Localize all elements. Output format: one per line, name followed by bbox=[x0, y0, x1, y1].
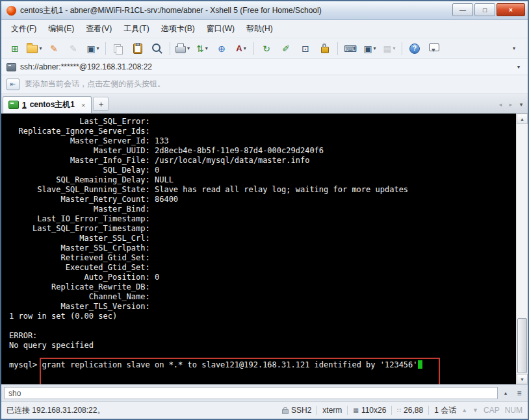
scrollbar-down-button[interactable]: ▼ bbox=[517, 374, 528, 384]
minimize-button[interactable]: — bbox=[452, 3, 473, 16]
terminal-size-indicator: ▦110x26 bbox=[353, 406, 386, 415]
tile-windows-button[interactable]: ▦▾ bbox=[380, 41, 399, 56]
quickbar-expand-button[interactable]: ▴ bbox=[500, 387, 511, 399]
address-bar[interactable]: ssh://abner:******@192.168.31.208:22 ▾ bbox=[1, 59, 528, 75]
new-window-button[interactable]: ▣▾ bbox=[360, 41, 380, 56]
menu-item-help[interactable]: 帮助(H) bbox=[240, 21, 279, 37]
tab-list-dropdown-button[interactable]: ▾ bbox=[516, 98, 526, 111]
edit-button[interactable]: ✎ bbox=[64, 41, 83, 56]
tab-close-button[interactable]: × bbox=[81, 101, 86, 109]
tab-label: centos主机1 bbox=[30, 99, 75, 110]
tab-bar: 1 centos主机1 × + ◂ ▸ ▾ bbox=[1, 93, 528, 114]
terminal-scrollbar[interactable]: ▲ ▼ bbox=[516, 114, 528, 384]
session-count-label: 1 会话 bbox=[434, 405, 456, 416]
search-icon bbox=[152, 43, 161, 52]
session-properties-button[interactable]: ✎ bbox=[44, 41, 64, 56]
window-controls: — □ × bbox=[452, 1, 525, 16]
menu-item-tools[interactable]: 工具(T) bbox=[118, 21, 155, 37]
compose-button[interactable]: ✐ bbox=[276, 41, 296, 56]
lock-screen-button[interactable] bbox=[315, 41, 335, 56]
print-button[interactable]: ▾ bbox=[173, 41, 192, 56]
tab-scroll-left-button[interactable]: ◂ bbox=[495, 98, 506, 111]
menu-item-window[interactable]: 窗口(W) bbox=[201, 21, 240, 37]
chevron-up-icon: ▴ bbox=[504, 390, 507, 396]
info-bar: ⇤ 要添加当前会话，点击左侧的箭头按钮。 bbox=[1, 75, 528, 93]
open-session-button[interactable]: ▾ bbox=[25, 41, 44, 56]
menu-item-edit[interactable]: 编辑(E) bbox=[42, 21, 80, 37]
chevron-down-icon: ▾ bbox=[517, 64, 520, 70]
terminal-type-label: xterm bbox=[322, 406, 342, 415]
titlebar[interactable]: centos主机1 - abner@MiWiFi-R1CL-srv:/home/… bbox=[1, 1, 528, 20]
help-icon: ? bbox=[409, 43, 420, 54]
find-button[interactable] bbox=[148, 41, 167, 56]
lock-icon bbox=[282, 409, 289, 414]
new-tab-button[interactable]: + bbox=[93, 97, 109, 111]
toolbar-separator bbox=[402, 42, 402, 55]
fullscreen-icon: ⊡ bbox=[302, 44, 309, 53]
terminal[interactable]: Last_SQL_Error: Replicate_Ignore_Server_… bbox=[1, 114, 528, 384]
web-browser-button[interactable]: ⊕ bbox=[212, 41, 231, 56]
close-button[interactable]: × bbox=[497, 3, 525, 16]
tab-scroll-right-button[interactable]: ▸ bbox=[506, 98, 516, 111]
terminal-tab-icon bbox=[8, 101, 19, 109]
toolbar-overflow-button[interactable]: ▾ bbox=[504, 41, 524, 56]
pencil-icon: ✎ bbox=[70, 44, 77, 53]
scrollbar-track[interactable] bbox=[517, 124, 528, 374]
toolbar-separator bbox=[170, 42, 170, 55]
arrow-down-icon: ▼ bbox=[472, 407, 478, 414]
quickbar-menu-button[interactable]: ≡ bbox=[513, 387, 525, 399]
tab-centos-host1[interactable]: 1 centos主机1 × bbox=[3, 96, 92, 113]
maximize-icon: □ bbox=[483, 6, 487, 14]
scrollbar-thumb[interactable] bbox=[517, 318, 527, 373]
fullscreen-button[interactable]: ⊡ bbox=[296, 41, 315, 56]
chevron-down-icon: ▾ bbox=[244, 46, 246, 51]
toolbar: ⊞ ▾ ✎ ✎ ▣▾ ▾ ⇅▾ ⊕ A▾ ↻ ✐ ⊡ ⌨ ▣▾ ▦▾ ? ▾ bbox=[1, 38, 528, 59]
maximize-button[interactable]: □ bbox=[474, 3, 495, 16]
font-button[interactable]: A▾ bbox=[231, 41, 251, 56]
compose-pencil-icon: ✐ bbox=[282, 44, 290, 53]
terminal-output: Last_SQL_Error: Replicate_Ignore_Server_… bbox=[1, 114, 528, 351]
new-session-button[interactable]: ⊞ bbox=[5, 41, 25, 56]
keyboard-icon: ⌨ bbox=[344, 44, 357, 53]
cursor-position-indicator: ∷26,88 bbox=[397, 406, 423, 415]
menu-item-view[interactable]: 查看(V) bbox=[80, 21, 118, 37]
copy-button[interactable] bbox=[109, 41, 128, 56]
file-transfer-button[interactable]: ⇅▾ bbox=[192, 41, 212, 56]
chevron-down-icon: ▾ bbox=[374, 46, 376, 51]
virtual-keyboard-button[interactable]: ⌨ bbox=[341, 41, 360, 56]
folder-icon bbox=[27, 45, 38, 53]
paste-icon bbox=[133, 43, 142, 54]
xshell-window: centos主机1 - abner@MiWiFi-R1CL-srv:/home/… bbox=[0, 0, 529, 420]
toolbar-separator bbox=[337, 42, 338, 55]
reconnect-button[interactable]: ↻ bbox=[257, 41, 276, 56]
status-separator bbox=[428, 406, 429, 415]
toolbar-separator bbox=[105, 42, 106, 55]
mysql-prompt: mysql> bbox=[9, 360, 42, 369]
tab-index: 1 bbox=[22, 101, 27, 110]
terminal-cursor bbox=[418, 360, 422, 369]
printer-icon bbox=[175, 46, 186, 53]
address-dropdown-button[interactable]: ▾ bbox=[515, 64, 523, 70]
menu-item-tab[interactable]: 选项卡(B) bbox=[155, 21, 201, 37]
open-terminal-button[interactable]: ▣▾ bbox=[83, 41, 103, 56]
hamburger-icon: ≡ bbox=[517, 389, 521, 398]
help-button[interactable]: ? bbox=[405, 41, 424, 56]
paste-button[interactable] bbox=[128, 41, 148, 56]
window-title: centos主机1 - abner@MiWiFi-R1CL-srv:/home/… bbox=[20, 5, 448, 16]
feedback-button[interactable] bbox=[424, 41, 444, 56]
terminal-size-label: 110x26 bbox=[361, 406, 386, 415]
quick-command-input[interactable] bbox=[4, 387, 498, 399]
num-lock-indicator: NUM bbox=[505, 406, 523, 415]
add-session-arrow-button[interactable]: ⇤ bbox=[6, 79, 19, 90]
crayon-icon: ✎ bbox=[50, 44, 58, 53]
xshell-app-icon bbox=[6, 6, 16, 16]
cursor-position-icon: ∷ bbox=[397, 407, 401, 414]
session-down-button[interactable]: ▼ bbox=[472, 407, 478, 414]
scroll-down-icon: ▼ bbox=[520, 377, 524, 382]
scrollbar-up-button[interactable]: ▲ bbox=[517, 114, 528, 124]
menu-item-file[interactable]: 文件(F) bbox=[5, 21, 42, 37]
chevron-down-icon: ▾ bbox=[97, 46, 99, 51]
session-up-button[interactable]: ▲ bbox=[461, 407, 467, 414]
status-separator bbox=[316, 406, 317, 415]
reconnect-icon: ↻ bbox=[263, 44, 270, 53]
